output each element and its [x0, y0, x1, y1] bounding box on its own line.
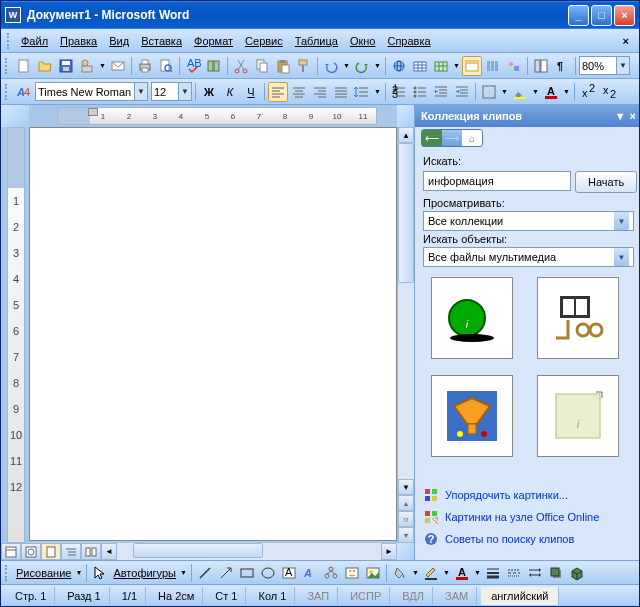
dropdown-arrow[interactable]: ▼ — [531, 82, 540, 102]
rectangle-button[interactable] — [237, 563, 257, 583]
underline-button[interactable]: Ч — [241, 82, 261, 102]
normal-view-button[interactable] — [1, 543, 21, 560]
minimize-button[interactable]: _ — [568, 5, 589, 26]
menu-format[interactable]: Формат — [188, 33, 239, 49]
tables-button[interactable] — [410, 56, 430, 76]
dropdown-arrow[interactable]: ▼ — [342, 56, 351, 76]
align-center-button[interactable] — [289, 82, 309, 102]
dropdown-arrow[interactable]: ▼ — [411, 563, 420, 583]
scroll-thumb[interactable] — [133, 543, 263, 558]
horizontal-ruler[interactable]: 123 456 789 1011 — [57, 107, 377, 125]
superscript-button[interactable]: x2 — [578, 82, 598, 102]
doc-close-button[interactable]: × — [619, 35, 633, 47]
clip-result[interactable]: i — [537, 375, 619, 457]
bullets-button[interactable] — [410, 82, 430, 102]
research-button[interactable] — [204, 56, 224, 76]
highlight-button[interactable] — [510, 82, 530, 102]
line-style-button[interactable] — [483, 563, 503, 583]
line-button[interactable] — [195, 563, 215, 583]
drawing-button[interactable] — [504, 56, 524, 76]
nav-back-button[interactable]: ⟵ — [422, 129, 442, 147]
toolbar-handle[interactable] — [7, 33, 11, 49]
cut-button[interactable] — [231, 56, 251, 76]
undo-button[interactable] — [321, 56, 341, 76]
decrease-indent-button[interactable] — [431, 82, 451, 102]
dash-style-button[interactable] — [504, 563, 524, 583]
toolbar-handle[interactable] — [5, 84, 9, 100]
format-painter-button[interactable] — [294, 56, 314, 76]
arrow-style-button[interactable] — [525, 563, 545, 583]
wordart-button[interactable]: A — [300, 563, 320, 583]
email-button[interactable] — [108, 56, 128, 76]
show-marks-button[interactable]: ¶ — [552, 56, 572, 76]
menu-tools[interactable]: Сервис — [239, 33, 289, 49]
preview-button[interactable] — [156, 56, 176, 76]
organize-link[interactable]: Упорядочить картинки... — [423, 484, 634, 506]
dropdown-arrow[interactable]: ▼ — [614, 248, 629, 266]
font-color-button[interactable]: A — [541, 82, 561, 102]
open-button[interactable] — [35, 56, 55, 76]
prev-page-button[interactable]: ▴ — [398, 495, 414, 511]
italic-button[interactable]: К — [220, 82, 240, 102]
scroll-right-button[interactable]: ► — [381, 543, 397, 560]
menu-help[interactable]: Справка — [381, 33, 436, 49]
shadow-button[interactable] — [546, 563, 566, 583]
dropdown-arrow[interactable]: ▼ — [473, 563, 482, 583]
select-objects-button[interactable] — [90, 563, 110, 583]
subscript-button[interactable]: x2 — [599, 82, 619, 102]
status-rec[interactable]: ЗАП — [299, 587, 338, 605]
search-button[interactable]: Начать — [575, 171, 637, 193]
hyperlink-button[interactable] — [389, 56, 409, 76]
menu-window[interactable]: Окно — [344, 33, 382, 49]
status-language[interactable]: английский — [481, 587, 559, 605]
fill-color-button[interactable] — [390, 563, 410, 583]
clip-result[interactable] — [431, 375, 513, 457]
menu-view[interactable]: Вид — [103, 33, 135, 49]
clip-result[interactable]: i — [431, 277, 513, 359]
redo-button[interactable] — [352, 56, 372, 76]
dropdown-arrow[interactable]: ▼ — [179, 563, 188, 583]
dropdown-arrow[interactable]: ▼ — [617, 56, 630, 75]
dropdown-arrow[interactable]: ▼ — [373, 82, 382, 102]
bold-button[interactable]: Ж — [199, 82, 219, 102]
line-color-button[interactable] — [421, 563, 441, 583]
search-input[interactable] — [423, 171, 571, 191]
browse-select[interactable]: Все коллекции ▼ — [423, 211, 634, 231]
scroll-down-button[interactable]: ▼ — [398, 479, 414, 495]
menu-insert[interactable]: Вставка — [135, 33, 188, 49]
next-page-button[interactable]: ▾ — [398, 527, 414, 543]
insert-table-button[interactable] — [431, 56, 451, 76]
styles-button[interactable]: A4 — [14, 82, 34, 102]
doc-map-button[interactable] — [531, 56, 551, 76]
maximize-button[interactable]: □ — [591, 5, 612, 26]
paste-button[interactable] — [273, 56, 293, 76]
columns-button[interactable] — [483, 56, 503, 76]
oval-button[interactable] — [258, 563, 278, 583]
zoom-select[interactable] — [579, 56, 617, 75]
outline-view-button[interactable] — [61, 543, 81, 560]
font-color-button[interactable]: A — [452, 563, 472, 583]
arrow-button[interactable] — [216, 563, 236, 583]
status-trk[interactable]: ИСПР — [342, 587, 390, 605]
dropdown-arrow[interactable]: ▼ — [135, 82, 148, 101]
menu-file[interactable]: Файл — [15, 33, 54, 49]
3d-button[interactable] — [567, 563, 587, 583]
dropdown-arrow[interactable]: ▼ — [614, 212, 629, 230]
diagram-button[interactable] — [321, 563, 341, 583]
status-ext[interactable]: ВДЛ — [394, 587, 433, 605]
dropdown-arrow[interactable]: ▼ — [98, 56, 107, 76]
scroll-thumb[interactable] — [398, 143, 414, 283]
objects-select[interactable]: Все файлы мультимедиа ▼ — [423, 247, 634, 267]
scroll-up-button[interactable]: ▲ — [398, 127, 414, 143]
vertical-ruler[interactable]: 123 456 789 101112 — [7, 127, 25, 543]
align-justify-button[interactable] — [331, 82, 351, 102]
nav-home-button[interactable]: ⌂ — [462, 129, 482, 147]
status-ovr[interactable]: ЗАМ — [437, 587, 477, 605]
align-right-button[interactable] — [310, 82, 330, 102]
web-view-button[interactable] — [21, 543, 41, 560]
dropdown-arrow[interactable]: ▼ — [500, 82, 509, 102]
taskpane-menu-button[interactable]: ▼ — [615, 110, 626, 122]
dropdown-arrow[interactable]: ▼ — [442, 563, 451, 583]
line-spacing-button[interactable] — [352, 82, 372, 102]
clip-result[interactable] — [537, 277, 619, 359]
